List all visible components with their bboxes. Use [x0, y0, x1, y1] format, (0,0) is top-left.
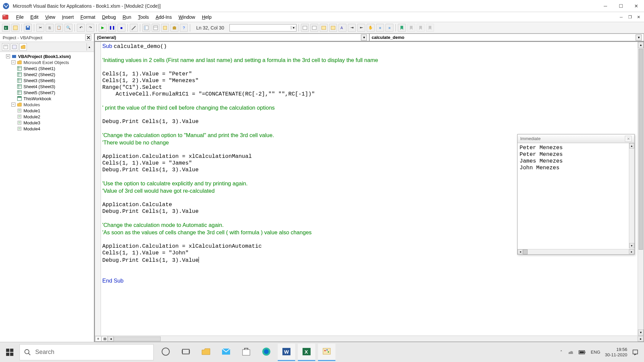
- extra-button-5[interactable]: A: [338, 24, 346, 32]
- edge-button[interactable]: [258, 344, 275, 361]
- toolbox-button[interactable]: [170, 24, 178, 32]
- project-explorer-button[interactable]: [142, 24, 150, 32]
- mail-button[interactable]: [217, 344, 235, 361]
- start-button[interactable]: [0, 343, 19, 362]
- cut-button[interactable]: ✂: [36, 24, 44, 32]
- scroll-thumb[interactable]: [639, 49, 643, 250]
- store-button[interactable]: [237, 344, 255, 361]
- excel-button[interactable]: X: [298, 344, 315, 361]
- immediate-body[interactable]: Peter Menezes Peter Menezes James Meneze…: [518, 143, 634, 254]
- extra-button-2[interactable]: [310, 24, 318, 32]
- collapse-icon[interactable]: −: [6, 54, 10, 58]
- sheet-node[interactable]: Sheet2 (Sheet2): [17, 71, 93, 77]
- uncomment-button[interactable]: ≡: [385, 24, 393, 32]
- paint-button[interactable]: [318, 344, 335, 361]
- object-browser-button[interactable]: [161, 24, 169, 32]
- toolbar-dropdown[interactable]: ▾: [229, 24, 297, 32]
- menu-edit[interactable]: Edit: [27, 13, 42, 21]
- sheet-node[interactable]: Sheet1 (Sheet1): [17, 65, 93, 71]
- comment-button[interactable]: ≡: [376, 24, 384, 32]
- procedure-view-button[interactable]: ≡: [95, 336, 101, 342]
- extra-button-3[interactable]: [320, 24, 328, 32]
- mdi-minimize-button[interactable]: ─: [618, 14, 625, 20]
- project-explorer-close-button[interactable]: ✕: [85, 35, 91, 41]
- procedure-dropdown[interactable]: calculate_demo ▾: [369, 34, 644, 41]
- scroll-left-button[interactable]: ◂: [518, 249, 523, 254]
- break-button[interactable]: ❚❚: [108, 24, 116, 32]
- mdi-close-button[interactable]: ✕: [635, 14, 642, 20]
- extra-button-1[interactable]: [301, 24, 309, 32]
- sheet-node[interactable]: Sheet3 (Sheet6): [17, 77, 93, 83]
- menu-run[interactable]: Run: [119, 13, 135, 21]
- onedrive-icon[interactable]: [567, 349, 574, 356]
- language-indicator[interactable]: ENG: [591, 350, 600, 355]
- clear-bookmarks-button[interactable]: [426, 24, 434, 32]
- excel-objects-folder[interactable]: − Microsoft Excel Objects: [11, 59, 93, 65]
- module-node[interactable]: Module4: [17, 126, 93, 132]
- prev-bookmark-button[interactable]: [417, 24, 425, 32]
- paste-button[interactable]: 📋: [55, 24, 63, 32]
- project-tree[interactable]: − VBAProject (Book1.xlsm) − Microsoft Ex…: [0, 52, 94, 342]
- scroll-track[interactable]: [114, 337, 161, 341]
- immediate-header[interactable]: Immediate ✕: [518, 134, 634, 143]
- menu-add-ins[interactable]: Add-Ins: [152, 13, 175, 21]
- toggle-folders-button[interactable]: [19, 43, 27, 51]
- module-node[interactable]: Module2: [17, 114, 93, 120]
- undo-button[interactable]: ↶: [77, 24, 85, 32]
- project-root-node[interactable]: − VBAProject (Book1.xlsm): [6, 53, 93, 59]
- code-vertical-scrollbar[interactable]: ▴ ▾: [638, 42, 644, 336]
- menu-file[interactable]: File: [13, 13, 27, 21]
- sheet-node[interactable]: Sheet4 (Sheet3): [17, 83, 93, 89]
- code-horizontal-scrollbar[interactable]: ≡ ▤ ◂ ▸: [95, 336, 644, 342]
- mdi-restore-button[interactable]: ❐: [627, 14, 633, 20]
- indent-button[interactable]: ⇥: [348, 24, 356, 32]
- hand-button[interactable]: ✋: [367, 24, 375, 32]
- modules-folder[interactable]: − Modules: [11, 102, 93, 108]
- scroll-up-button[interactable]: ▴: [629, 143, 634, 148]
- project-scroll-up[interactable]: ▴: [87, 43, 92, 51]
- notifications-icon[interactable]: [632, 349, 639, 356]
- battery-icon[interactable]: [579, 350, 586, 355]
- save-button[interactable]: [24, 24, 32, 32]
- extra-button-4[interactable]: [329, 24, 337, 32]
- maximize-button[interactable]: ☐: [613, 0, 629, 12]
- collapse-icon[interactable]: −: [11, 103, 15, 107]
- word-button[interactable]: W: [278, 344, 295, 361]
- taskbar-search[interactable]: Search: [19, 344, 154, 360]
- menu-format[interactable]: Format: [77, 13, 99, 21]
- menu-window[interactable]: Window: [175, 13, 199, 21]
- object-dropdown[interactable]: (General) ▾: [95, 34, 369, 41]
- module-node[interactable]: Module1: [17, 108, 93, 114]
- scroll-right-button[interactable]: ▸: [638, 336, 644, 342]
- run-button[interactable]: ▶: [99, 24, 107, 32]
- immediate-vertical-scrollbar[interactable]: ▴ ▾: [629, 143, 634, 248]
- collapse-icon[interactable]: −: [11, 60, 15, 64]
- clock[interactable]: 19:56 30-11-2020: [605, 347, 628, 358]
- outdent-button[interactable]: ⇤: [357, 24, 365, 32]
- scroll-up-button[interactable]: ▴: [638, 42, 644, 48]
- scroll-down-button[interactable]: ▾: [629, 243, 634, 248]
- menu-debug[interactable]: Debug: [99, 13, 119, 21]
- copy-button[interactable]: ⎘: [46, 24, 54, 32]
- redo-button[interactable]: ↷: [86, 24, 94, 32]
- minimize-button[interactable]: ─: [598, 0, 613, 12]
- close-button[interactable]: ✕: [629, 0, 644, 12]
- scroll-thumb[interactable]: [523, 249, 528, 254]
- scroll-left-button[interactable]: ◂: [108, 336, 114, 342]
- menu-help[interactable]: Help: [199, 13, 215, 21]
- properties-button[interactable]: [152, 24, 160, 32]
- bookmark-button[interactable]: [398, 24, 406, 32]
- scroll-down-button[interactable]: ▾: [638, 329, 644, 336]
- sheet-node[interactable]: Sheet5 (Sheet7): [17, 89, 93, 96]
- next-bookmark-button[interactable]: [407, 24, 415, 32]
- immediate-horizontal-scrollbar[interactable]: ◂ ▸: [518, 249, 634, 254]
- full-module-view-button[interactable]: ▤: [102, 336, 108, 342]
- view-excel-button[interactable]: X: [2, 24, 10, 32]
- help-button[interactable]: ?: [180, 24, 188, 32]
- menu-view[interactable]: View: [42, 13, 59, 21]
- find-button[interactable]: 🔍: [64, 24, 72, 32]
- immediate-window[interactable]: Immediate ✕ Peter Menezes Peter Menezes …: [517, 134, 635, 255]
- file-explorer-button[interactable]: [197, 344, 215, 361]
- view-object-button[interactable]: [11, 43, 18, 51]
- task-view-button[interactable]: [177, 344, 195, 361]
